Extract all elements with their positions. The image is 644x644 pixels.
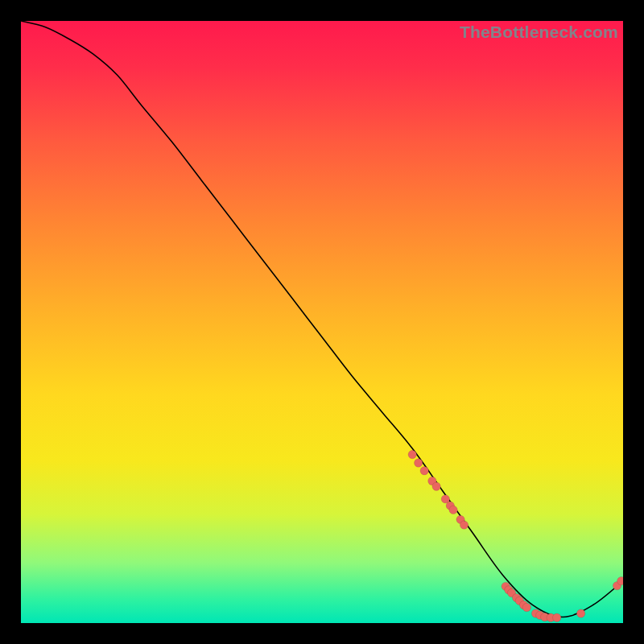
data-point	[408, 450, 416, 458]
data-point	[553, 613, 561, 621]
scatter-group	[408, 450, 623, 621]
data-point	[576, 609, 584, 617]
data-point	[449, 506, 457, 514]
chart-stage: TheBottleneck.com	[0, 0, 644, 644]
data-point	[460, 521, 468, 529]
data-point	[420, 467, 428, 475]
data-point	[432, 482, 440, 490]
curve-path	[21, 21, 623, 617]
chart-svg	[21, 21, 623, 623]
plot-area: TheBottleneck.com	[21, 21, 623, 623]
data-point	[522, 603, 530, 611]
data-point	[414, 459, 422, 467]
